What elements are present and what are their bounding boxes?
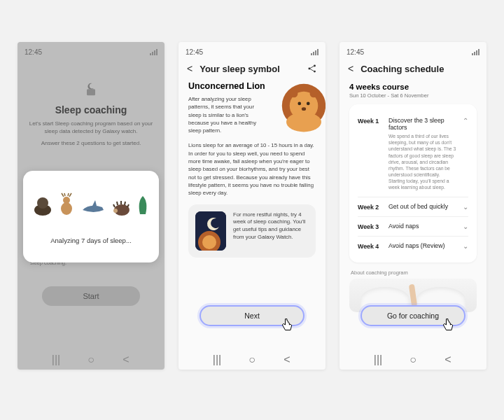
svg-point-17	[310, 90, 318, 97]
chevron-down-icon: ⌄	[463, 242, 468, 250]
nav-back-icon[interactable]: <	[120, 354, 132, 366]
analyzing-text: Analyzing 7 days of sleep...	[30, 237, 152, 244]
week-row-2[interactable]: Week 2 Get out of bed quickly ⌄	[358, 197, 468, 216]
start-button[interactable]: Start	[42, 286, 140, 306]
chevron-up-icon: ⌃	[463, 117, 468, 125]
nav-back-icon[interactable]: <	[442, 354, 454, 366]
intro-text-1: Let's start Sleep coaching program based…	[27, 120, 155, 135]
android-nav-bar: ||| ○ <	[18, 350, 164, 370]
page-title: Sleep coaching	[27, 104, 155, 115]
course-dates: Sun 10 October - Sat 6 November	[349, 92, 477, 99]
nav-home-icon[interactable]: ○	[85, 354, 97, 366]
svg-point-6	[113, 209, 118, 213]
nav-recent-icon[interactable]: |||	[50, 354, 62, 366]
animal-row	[30, 185, 152, 216]
back-icon[interactable]: <	[348, 63, 354, 74]
svg-point-14	[307, 102, 310, 106]
share-icon[interactable]	[307, 64, 317, 74]
phone-sleep-coaching-intro: 12:45 Sleep coaching Let's start Sleep c…	[18, 42, 164, 370]
symbol-desc-1: After analyzing your sleep patterns, it …	[188, 95, 260, 134]
signal-icon	[311, 49, 318, 55]
bear-icon	[34, 195, 52, 216]
go-for-coaching-button[interactable]: Go for coaching	[360, 305, 465, 326]
deer-icon	[59, 192, 74, 216]
course-title: 4 weeks course	[349, 83, 477, 91]
svg-point-20	[202, 235, 216, 249]
svg-point-9	[314, 71, 316, 73]
back-icon[interactable]: <	[187, 63, 192, 74]
nav-home-icon[interactable]: ○	[246, 354, 258, 366]
status-bar: 12:45	[340, 42, 486, 57]
status-bar: 12:45	[18, 42, 164, 57]
svg-point-4	[63, 197, 70, 204]
signal-icon	[472, 49, 479, 55]
nav-recent-icon[interactable]: |||	[372, 354, 384, 366]
android-nav-bar: ||| ○ <	[178, 350, 326, 370]
svg-point-13	[298, 102, 301, 106]
tip-card: For more restful nights, try 4 week of s…	[188, 204, 316, 258]
intro-text-2: Answer these 2 questions to get started.	[27, 139, 155, 147]
tip-thumbnail	[195, 211, 226, 251]
svg-point-8	[314, 64, 316, 66]
nav-recent-icon[interactable]: |||	[211, 354, 223, 366]
chevron-down-icon: ⌄	[463, 223, 468, 230]
svg-point-16	[290, 90, 298, 97]
svg-point-3	[61, 202, 72, 215]
hedgehog-icon	[112, 199, 130, 216]
tip-text: For more restful nights, try 4 week of s…	[233, 211, 309, 251]
status-time: 12:45	[24, 48, 42, 56]
status-time: 12:45	[346, 48, 364, 56]
week-row-4[interactable]: Week 4 Avoid naps (Review) ⌄	[358, 236, 468, 255]
about-label: About coaching program	[351, 270, 475, 276]
status-bar: 12:45	[178, 42, 326, 57]
chevron-down-icon: ⌄	[463, 203, 468, 211]
nav-home-icon[interactable]: ○	[407, 354, 419, 366]
status-time: 12:45	[186, 48, 203, 56]
next-button[interactable]: Next	[200, 305, 304, 326]
phone-sleep-symbol: 12:45 < Your sleep symbol	[178, 42, 326, 370]
symbol-desc-2: Lions sleep for an average of 10 - 15 ho…	[188, 141, 316, 197]
header-title: Your sleep symbol	[200, 64, 300, 74]
lion-illustration	[276, 78, 326, 133]
crocodile-icon	[137, 195, 148, 216]
shark-icon	[81, 200, 105, 216]
sleep-moon-icon	[85, 82, 97, 97]
nav-back-icon[interactable]: <	[281, 354, 293, 366]
svg-point-15	[302, 107, 306, 111]
signal-icon	[150, 49, 158, 55]
svg-point-7	[308, 68, 310, 70]
week-row-3[interactable]: Week 3 Avoid naps ⌄	[358, 216, 468, 236]
phone-coaching-schedule: 12:45 < Coaching schedule 4 weeks course…	[340, 42, 486, 370]
week-row-1[interactable]: Week 1 Discover the 3 sleep factors We s…	[358, 111, 468, 197]
header-title: Coaching schedule	[360, 64, 478, 74]
svg-rect-0	[87, 89, 95, 95]
svg-point-2	[37, 197, 48, 209]
android-nav-bar: ||| ○ <	[340, 350, 486, 370]
svg-point-12	[286, 112, 321, 132]
analyzing-modal: Analyzing 7 days of sleep...	[23, 171, 159, 262]
